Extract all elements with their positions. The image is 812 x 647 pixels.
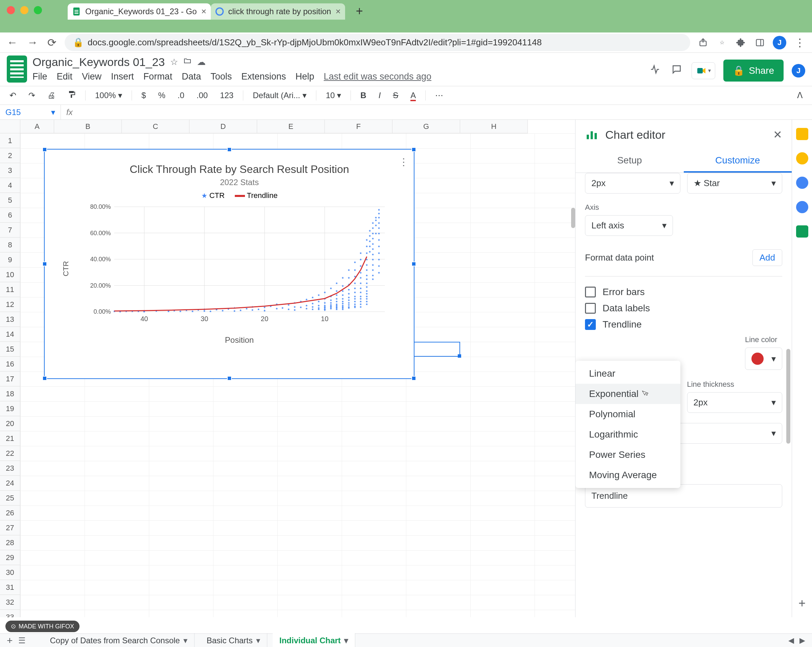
close-tab-icon[interactable]: ✕ [335, 8, 341, 15]
paint-format-button[interactable] [65, 89, 78, 102]
bookmark-icon[interactable]: ☆ [716, 37, 728, 49]
row-header[interactable]: 11 [0, 282, 20, 297]
maximize-window-button[interactable] [34, 6, 42, 14]
minimize-window-button[interactable] [20, 6, 28, 14]
row-header[interactable]: 2 [0, 148, 20, 163]
row-header[interactable]: 30 [0, 565, 20, 580]
row-header[interactable]: 27 [0, 520, 20, 535]
row-header[interactable]: 7 [0, 223, 20, 238]
vertical-scrollbar[interactable] [571, 208, 575, 228]
point-shape-select[interactable]: ★ Star▾ [687, 173, 783, 194]
strikethrough-button[interactable]: S [390, 89, 401, 102]
row-header[interactable]: 10 [0, 267, 20, 282]
activity-icon[interactable] [648, 63, 662, 79]
star-icon[interactable]: ☆ [170, 57, 178, 67]
tasks-icon[interactable] [796, 177, 808, 189]
move-icon[interactable] [183, 57, 191, 67]
extensions-icon[interactable] [735, 37, 747, 49]
calendar-icon[interactable] [796, 128, 808, 140]
column-header[interactable]: G [392, 120, 460, 133]
row-header[interactable]: 32 [0, 595, 20, 610]
keep-icon[interactable] [796, 152, 808, 165]
row-header[interactable]: 5 [0, 193, 20, 208]
column-header[interactable]: H [460, 120, 528, 133]
chart-legend[interactable]: ★ CTR Trendline [78, 191, 400, 200]
font-size-select[interactable]: 10 ▾ [323, 89, 344, 102]
row-header[interactable]: 31 [0, 580, 20, 595]
row-header[interactable]: 24 [0, 476, 20, 491]
back-button[interactable]: ← [5, 35, 19, 50]
browser-tab-google-search[interactable]: click through rate by position ✕ [211, 3, 345, 20]
row-header[interactable]: 17 [0, 372, 20, 386]
share-button[interactable]: 🔒 Share [723, 60, 784, 82]
add-data-point-button[interactable]: Add [752, 249, 782, 266]
row-header[interactable]: 25 [0, 491, 20, 505]
sheet-tab[interactable]: Copy of Dates from Search Console ▾ [43, 633, 195, 647]
add-addon-button[interactable]: + [798, 596, 806, 610]
decrease-decimal[interactable]: .0 [175, 89, 187, 102]
chart-plot-area[interactable]: CTR 0.00%20.00%40.00%60.00%80.00%4030201… [78, 203, 400, 325]
tab-setup[interactable]: Setup [575, 150, 684, 172]
row-header[interactable]: 13 [0, 312, 20, 327]
data-labels-checkbox[interactable]: Data labels [585, 303, 782, 314]
dropdown-option-linear[interactable]: Linear [575, 363, 681, 384]
row-header[interactable]: 29 [0, 550, 20, 565]
chart-object[interactable]: ⋮ Click Through Rate by Search Result Po… [44, 149, 414, 379]
bold-button[interactable]: B [358, 89, 369, 102]
format-number-button[interactable]: 123 [217, 89, 236, 102]
trendline-checkbox[interactable]: Trendline [585, 319, 782, 330]
row-header[interactable]: 3 [0, 163, 20, 178]
name-box[interactable]: G15▾ [0, 105, 61, 119]
chart-title[interactable]: Click Through Rate by Search Result Posi… [78, 163, 400, 175]
row-header[interactable]: 19 [0, 401, 20, 416]
dropdown-option-moving-average[interactable]: Moving Average [575, 465, 681, 485]
menu-format[interactable]: Format [143, 72, 172, 82]
editor-scrollbar[interactable] [786, 349, 791, 444]
scroll-tabs-left[interactable]: ◀ [788, 636, 794, 645]
column-header[interactable]: E [257, 120, 325, 133]
row-header[interactable]: 14 [0, 327, 20, 342]
row-header[interactable]: 23 [0, 461, 20, 476]
row-header[interactable]: 33 [0, 610, 20, 617]
meet-button[interactable]: ▾ [691, 62, 715, 79]
new-tab-button[interactable]: + [352, 3, 367, 20]
last-edit-link[interactable]: Last edit was seconds ago [324, 72, 431, 82]
row-header[interactable]: 6 [0, 208, 20, 223]
menu-insert[interactable]: Insert [111, 72, 134, 82]
dropdown-option-power-series[interactable]: Power Series [575, 445, 681, 465]
dropdown-option-exponential[interactable]: Exponential [575, 384, 681, 404]
point-size-select[interactable]: 2px▾ [585, 173, 681, 194]
all-sheets-button[interactable]: ☰ [18, 636, 26, 645]
column-header[interactable]: A [20, 120, 54, 133]
zoom-select[interactable]: 100% ▾ [92, 89, 125, 102]
sheet-tab-menu-icon[interactable]: ▾ [256, 636, 260, 645]
sheet-tab-active[interactable]: Individual Chart ▾ [273, 633, 355, 647]
column-header[interactable]: D [189, 120, 257, 133]
column-header[interactable]: C [122, 120, 189, 133]
menu-view[interactable]: View [82, 72, 102, 82]
text-color-button[interactable]: A [408, 89, 418, 102]
row-header[interactable]: 12 [0, 297, 20, 312]
row-header[interactable]: 16 [0, 357, 20, 372]
collapse-toolbar-icon[interactable]: ᐱ [794, 89, 805, 102]
row-header[interactable]: 26 [0, 505, 20, 520]
font-select[interactable]: Default (Ari... ▾ [250, 89, 309, 102]
row-header[interactable]: 9 [0, 252, 20, 267]
sheet-tab-menu-icon[interactable]: ▾ [344, 636, 348, 645]
dropdown-option-polynomial[interactable]: Polynomial [575, 404, 681, 424]
line-color-select[interactable]: ▾ [745, 348, 782, 370]
reload-button[interactable]: ⟳ [46, 35, 58, 50]
row-header[interactable]: 4 [0, 178, 20, 193]
cell-grid[interactable]: ⋮ Click Through Rate by Search Result Po… [20, 133, 575, 617]
account-avatar[interactable]: J [792, 64, 805, 78]
redo-button[interactable]: ↷ [26, 89, 38, 102]
spreadsheet-grid[interactable]: 1234567891011121314151617181920212223242… [0, 120, 575, 617]
menu-file[interactable]: File [32, 72, 47, 82]
dropdown-option-logarithmic[interactable]: Logarithmic [575, 424, 681, 445]
forward-button[interactable]: → [26, 35, 39, 50]
close-window-button[interactable] [7, 6, 15, 14]
row-header[interactable]: 20 [0, 416, 20, 431]
address-bar[interactable]: 🔒 docs.google.com/spreadsheets/d/1S2Q_yb… [65, 34, 690, 51]
column-header[interactable]: B [54, 120, 122, 133]
percent-button[interactable]: % [155, 89, 168, 102]
